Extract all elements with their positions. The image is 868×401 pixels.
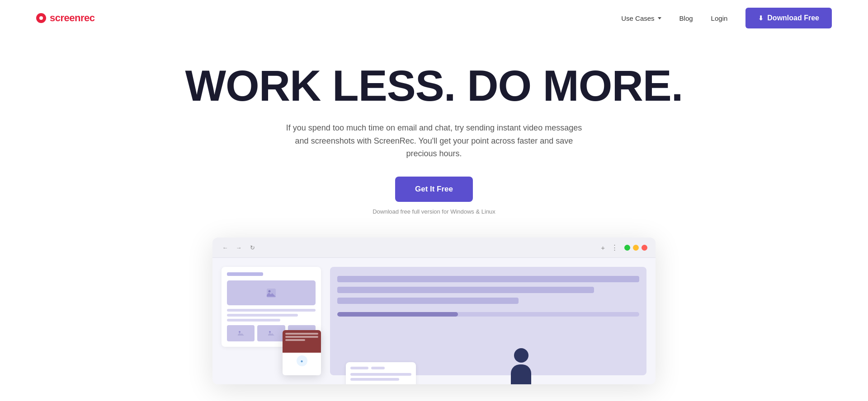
- traffic-light-green: [624, 245, 630, 251]
- logo-text-accent: rec: [80, 12, 95, 23]
- person-body: [511, 364, 531, 384]
- bottom-mock-bar: [371, 367, 385, 369]
- logo-text: screenrec: [50, 12, 95, 24]
- browser-content: ●: [212, 258, 656, 384]
- browser-toolbar: ← → ↻ + ⋮: [212, 238, 656, 258]
- nav-login[interactable]: Login: [711, 14, 728, 22]
- browser-nav-buttons: ← → ↻: [221, 243, 257, 252]
- person-figure: [509, 348, 533, 384]
- back-icon: ←: [222, 244, 228, 251]
- nav-blog-label: Blog: [679, 14, 693, 22]
- hero-subtitle: If you spend too much time on email and …: [280, 121, 588, 160]
- svg-point-1: [269, 290, 271, 292]
- chevron-down-icon: [658, 17, 661, 19]
- traffic-lights: [624, 245, 647, 251]
- card-line: [285, 336, 318, 338]
- bottom-mock-header: [350, 367, 411, 369]
- card-avatar-icon: ●: [297, 355, 307, 366]
- card-line: [285, 339, 305, 341]
- download-free-button[interactable]: ⬇ Download Free: [745, 8, 832, 28]
- mock-line: [350, 378, 399, 381]
- nav-login-label: Login: [711, 14, 728, 22]
- card-bottom: ●: [283, 353, 321, 369]
- video-message-mockup: [330, 267, 646, 375]
- bottom-page-mockup: [346, 362, 416, 384]
- mock-small-img: [227, 325, 255, 341]
- card-line: [285, 333, 318, 335]
- browser-mockup: ← → ↻ + ⋮: [212, 238, 656, 384]
- nav-links: Use Cases Blog Login ⬇ Download Free: [621, 8, 832, 28]
- bottom-mock-bar: [350, 367, 368, 369]
- bottom-text-lines: [350, 373, 411, 381]
- hero-title: WORK LESS. DO MORE.: [185, 63, 683, 109]
- mock-image-placeholder: [227, 280, 316, 305]
- video-progress-bar: [337, 312, 639, 317]
- browser-mockup-wrapper: ← → ↻ + ⋮: [9, 238, 859, 384]
- mock-line: [227, 314, 298, 317]
- hero-section: WORK LESS. DO MORE. If you spend too muc…: [0, 36, 868, 401]
- download-icon: ⬇: [758, 14, 764, 22]
- nav-use-cases-label: Use Cases: [621, 14, 654, 22]
- nav-use-cases[interactable]: Use Cases: [621, 14, 661, 22]
- logo[interactable]: screenrec: [36, 12, 95, 24]
- refresh-icon: ↻: [250, 244, 255, 251]
- menu-icon[interactable]: ⋮: [611, 243, 618, 252]
- forward-button[interactable]: →: [234, 243, 243, 252]
- mock-line: [350, 373, 411, 376]
- mock-line: [227, 319, 280, 322]
- download-note: Download free full version for Windows &…: [373, 208, 495, 215]
- svg-point-3: [239, 331, 241, 333]
- video-bar: [337, 276, 639, 282]
- mock-text-lines: [227, 309, 316, 322]
- mock-header-bar: [227, 272, 263, 276]
- mock-line: [227, 309, 316, 312]
- logo-icon: [36, 13, 46, 23]
- card-top: [283, 330, 321, 353]
- traffic-light-yellow: [633, 245, 639, 251]
- video-bar: [337, 298, 519, 304]
- plus-icon[interactable]: +: [601, 244, 605, 252]
- browser-toolbar-right: + ⋮: [601, 243, 647, 252]
- floating-document-card: ●: [283, 330, 321, 375]
- download-btn-label: Download Free: [767, 14, 819, 22]
- navbar: screenrec Use Cases Blog Login ⬇ Downloa…: [0, 0, 868, 36]
- back-button[interactable]: ←: [221, 243, 230, 252]
- nav-blog[interactable]: Blog: [679, 14, 693, 22]
- svg-point-5: [269, 331, 271, 333]
- logo-text-main: screen: [50, 12, 80, 23]
- video-bar: [337, 287, 594, 293]
- forward-icon: →: [236, 244, 242, 251]
- traffic-light-red: [642, 245, 647, 251]
- mock-small-img: [257, 325, 285, 341]
- person-head: [514, 348, 528, 363]
- get-it-free-button[interactable]: Get It Free: [395, 177, 473, 202]
- refresh-button[interactable]: ↻: [248, 243, 257, 252]
